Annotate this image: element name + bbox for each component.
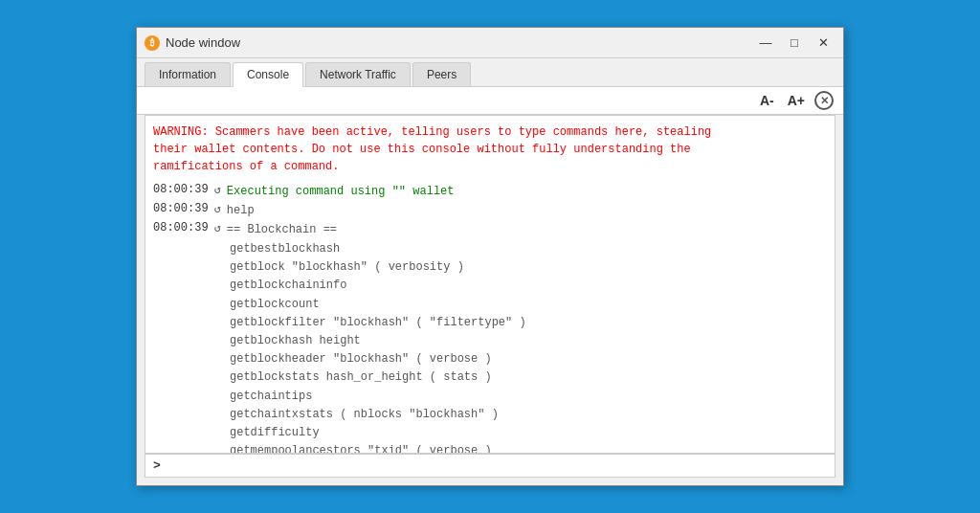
blockchain-command: getblock "blockhash" ( verbosity ) <box>230 258 827 277</box>
tab-peers[interactable]: Peers <box>412 62 471 86</box>
blockchain-command: getchaintxstats ( nblocks "blockhash" ) <box>230 406 827 424</box>
console-output[interactable]: WARNING: Scammers have been active, tell… <box>145 116 835 453</box>
log-entry-0: 08:00:39 ↺ Executing command using "" wa… <box>153 183 827 200</box>
blockchain-command: getblockcount <box>230 296 827 314</box>
blockchain-command: getblockfilter "blockhash" ( "filtertype… <box>230 314 827 332</box>
tab-bar: Information Console Network Traffic Peer… <box>137 58 843 87</box>
decrease-font-button[interactable]: A- <box>756 91 778 110</box>
app-icon-symbol: ₿ <box>150 38 154 48</box>
log-content-1: help <box>227 202 255 219</box>
console-input[interactable] <box>167 459 827 473</box>
clear-icon: ✕ <box>820 96 829 106</box>
minimize-button[interactable]: — <box>753 33 778 53</box>
tab-console[interactable]: Console <box>233 62 303 87</box>
tab-information[interactable]: Information <box>145 62 231 86</box>
blockchain-command: getdifficulty <box>230 424 827 442</box>
log-entry-1: 08:00:39 ↺ help <box>153 202 827 219</box>
node-window: ₿ Node window — □ ✕ Information Console … <box>136 27 844 486</box>
console-input-bar: > <box>145 454 835 478</box>
tab-network-traffic[interactable]: Network Traffic <box>305 62 411 86</box>
window-title: Node window <box>166 35 747 50</box>
log-icon-2: ↺ <box>214 221 221 235</box>
maximize-button[interactable]: □ <box>782 33 807 53</box>
log-icon-0: ↺ <box>214 183 221 197</box>
log-time-0: 08:00:39 <box>153 183 209 196</box>
warning-message: WARNING: Scammers have been active, tell… <box>153 123 827 175</box>
blockchain-command: getblockstats hash_or_height ( stats ) <box>230 368 827 387</box>
blockchain-command: getbestblockhash <box>230 240 827 258</box>
blockchain-command: getblockchaininfo <box>230 277 827 295</box>
log-time-2: 08:00:39 <box>153 221 209 234</box>
log-entry-2: 08:00:39 ↺ == Blockchain == <box>153 221 827 238</box>
blockchain-command: getblockheader "blockhash" ( verbose ) <box>230 350 827 368</box>
console-toolbar: A- A+ ✕ <box>137 87 843 115</box>
close-button[interactable]: ✕ <box>811 33 835 53</box>
blockchain-command: getchaintips <box>230 388 827 406</box>
log-icon-1: ↺ <box>214 202 221 216</box>
log-time-1: 08:00:39 <box>153 202 209 215</box>
window-controls: — □ ✕ <box>753 33 835 53</box>
log-content-2: == Blockchain == <box>227 221 337 238</box>
log-content-0: Executing command using "" wallet <box>227 183 455 200</box>
clear-console-button[interactable]: ✕ <box>814 91 834 110</box>
blockchain-command: getmempoolancestors "txid" ( verbose ) <box>230 442 827 453</box>
increase-font-button[interactable]: A+ <box>784 91 809 110</box>
console-area: WARNING: Scammers have been active, tell… <box>145 115 835 454</box>
blockchain-command: getblockhash height <box>230 332 827 350</box>
blockchain-commands: getbestblockhashgetblock "blockhash" ( v… <box>230 240 827 453</box>
prompt-symbol: > <box>153 458 161 473</box>
title-bar: ₿ Node window — □ ✕ <box>137 28 843 58</box>
app-icon: ₿ <box>145 35 160 51</box>
